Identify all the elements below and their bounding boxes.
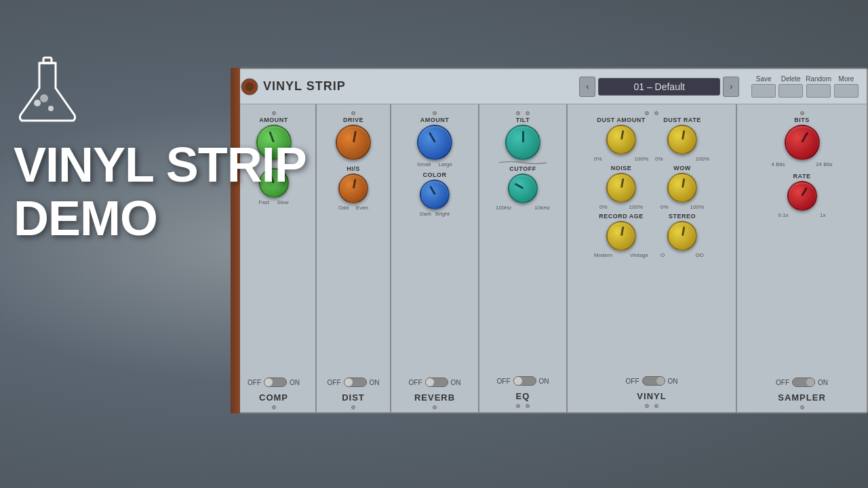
vinyl-toggle[interactable]: OFF ON xyxy=(626,376,678,386)
dist-drive-knob[interactable] xyxy=(336,125,371,160)
delete-button[interactable] xyxy=(778,84,803,98)
reverb-color-knob[interactable] xyxy=(420,180,450,209)
preset-next-button[interactable]: › xyxy=(723,77,739,97)
reverb-dots xyxy=(433,111,437,115)
bits-label: BITS xyxy=(794,117,810,123)
random-label: Random xyxy=(806,75,831,83)
dist-dots xyxy=(351,111,355,115)
dust-rate-label: DUST RATE xyxy=(663,117,701,123)
eq-toggle[interactable]: OFF ON xyxy=(497,376,549,386)
record-age-knob[interactable] xyxy=(606,221,636,251)
stereo-scale: O OO xyxy=(660,252,704,258)
more-btn-group: More xyxy=(834,75,859,98)
dust-rate-scale: 0% 100% xyxy=(655,156,709,162)
rate-knob[interactable] xyxy=(787,181,817,211)
dust-amount-knob-wrap: DUST AMOUNT 0% 100% xyxy=(594,117,648,162)
record-age-scale: Modern Vintage xyxy=(594,252,648,258)
dist-off-label: OFF xyxy=(328,379,341,386)
bits-scale-right: 24 Bits xyxy=(816,161,832,167)
eq-curve-icon xyxy=(496,160,550,165)
vinyl-dots-top xyxy=(645,111,658,115)
eq-off-label: OFF xyxy=(497,378,511,385)
sampler-toggle[interactable]: OFF ON xyxy=(776,378,828,387)
dot xyxy=(526,111,530,115)
record-age-label: RECORD AGE xyxy=(599,213,644,220)
eq-bottom-dots xyxy=(516,404,530,408)
eq-tilt-knob[interactable] xyxy=(505,125,540,160)
dist-bottom-dot xyxy=(351,405,355,409)
dist-scale-left: Odd xyxy=(338,205,349,211)
dist-knob2-wrap: HI/S Odd Even xyxy=(338,165,368,211)
reverb-on-label: ON xyxy=(451,379,461,386)
save-button[interactable] xyxy=(751,84,776,98)
noise-knob[interactable] xyxy=(606,173,636,203)
dust-amount-knob[interactable] xyxy=(606,125,636,155)
vinyl-module: DUST AMOUNT 0% 100% NOISE 0% 100% xyxy=(568,104,737,412)
plugin-header: VINYL STRIP ‹ 01 – Default › Save Delete… xyxy=(232,69,867,104)
preset-nav: ‹ 01 – Default › xyxy=(579,77,739,97)
noise-left: 0% xyxy=(599,204,608,210)
preset-prev-button[interactable]: ‹ xyxy=(579,77,595,97)
bits-knob[interactable] xyxy=(785,125,820,160)
comp-off-label: OFF xyxy=(248,379,261,386)
comp-on-label: ON xyxy=(290,379,300,386)
dust-amount-scale: 0% 100% xyxy=(594,156,648,162)
eq-tilt-knob-wrap: TILT xyxy=(505,117,540,160)
rate-scale-left: 0.1x xyxy=(778,212,789,218)
dust-amount-label: DUST AMOUNT xyxy=(597,117,646,123)
bits-scale: 4 Bits 24 Bits xyxy=(772,161,833,167)
more-label: More xyxy=(839,75,854,83)
dot xyxy=(645,404,649,408)
comp-toggle[interactable]: OFF ON xyxy=(248,378,300,387)
comp-toggle-track[interactable] xyxy=(264,378,287,387)
comp-toggle-thumb xyxy=(264,378,273,386)
eq-cutoff-knob[interactable] xyxy=(508,174,538,203)
eq-dots xyxy=(516,111,530,115)
wow-scale: 0% 100% xyxy=(660,204,704,210)
dot xyxy=(654,404,658,408)
dist-hi-label: HI/S xyxy=(347,165,360,172)
record-age-right: Vintage xyxy=(630,252,648,258)
eq-toggle-track[interactable] xyxy=(513,376,536,386)
flask-icon xyxy=(14,54,81,129)
reverb-toggle-track[interactable] xyxy=(425,378,448,387)
sampler-bottom-dot xyxy=(800,405,804,409)
dust-rate-knob[interactable] xyxy=(667,125,697,155)
wow-left: 0% xyxy=(660,204,669,210)
reverb-toggle[interactable]: OFF ON xyxy=(409,378,461,387)
reverb-color-scale-left: Dark xyxy=(420,211,431,217)
dist-hi-knob[interactable] xyxy=(338,174,368,203)
reverb-amount-knob[interactable] xyxy=(417,125,452,160)
header-buttons: Save Delete Random More xyxy=(751,75,859,98)
sampler-toggle-track[interactable] xyxy=(792,378,815,387)
preset-display[interactable]: 01 – Default xyxy=(598,78,720,96)
eq-tilt-label: TILT xyxy=(516,117,530,123)
eq-cutoff-scale-right: 10kHz xyxy=(534,205,550,211)
more-button[interactable] xyxy=(834,84,859,98)
comp-label: COMP xyxy=(259,392,288,403)
reverb-toggle-thumb xyxy=(426,378,434,386)
vinyl-toggle-track[interactable] xyxy=(642,376,665,386)
random-button[interactable] xyxy=(806,84,831,98)
eq-module: TILT CUTOFF 100Hz 10kHz OFF xyxy=(479,104,568,412)
random-btn-group: Random xyxy=(806,75,831,98)
wow-label: WOW xyxy=(673,165,691,171)
sampler-bottom: OFF ON SAMPLER xyxy=(741,378,863,409)
dist-toggle-track[interactable] xyxy=(344,378,367,387)
reverb-color-scale: Dark Bright xyxy=(420,211,450,217)
stereo-knob[interactable] xyxy=(667,221,697,251)
dot xyxy=(654,111,658,115)
dust-rate-left: 0% xyxy=(655,156,663,162)
svg-point-3 xyxy=(40,94,48,102)
sampler-toggle-thumb xyxy=(806,378,814,386)
delete-label: Delete xyxy=(781,75,801,83)
reverb-scale-right: Large xyxy=(439,161,452,167)
stereo-knob-wrap: STEREO O OO xyxy=(660,213,704,258)
dist-drive-knob-wrap: DRIVE xyxy=(336,117,371,160)
svg-point-1 xyxy=(34,100,41,106)
vinyl-off-label: OFF xyxy=(626,378,639,385)
dist-toggle[interactable]: OFF ON xyxy=(328,378,380,387)
dist-drive-label: DRIVE xyxy=(343,117,363,123)
dist-on-label: ON xyxy=(370,379,380,386)
wow-knob[interactable] xyxy=(667,173,697,203)
